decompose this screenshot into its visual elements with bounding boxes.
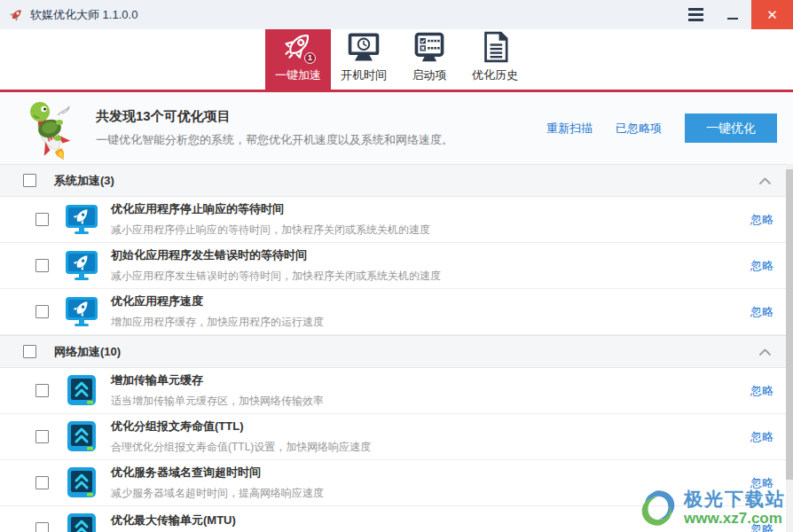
hamburger-menu-icon[interactable] — [677, 0, 714, 29]
tab-optimize-history[interactable]: 优化历史 — [462, 29, 528, 90]
chevron-up-icon[interactable] — [758, 348, 772, 356]
summary-actions: 重新扫描 已忽略项 一键优化 — [546, 113, 779, 143]
item-checkbox[interactable] — [35, 213, 49, 226]
optimization-item-row: 优化应用程序停止响应的等待时间 减小应用程序停止响应的等待时间，加快程序关闭或系… — [0, 197, 793, 243]
section-header: 网络加速(10) — [0, 335, 793, 368]
nav-bar: 1 一键加速 开机时间 启动项 — [0, 29, 793, 90]
tab-label: 启动项 — [412, 67, 447, 83]
item-title: 优化分组报文寿命值(TTL) — [111, 419, 371, 434]
item-title: 优化应用程序停止响应的等待时间 — [111, 201, 430, 217]
scan-result-title: 共发现13个可优化项目 — [96, 108, 453, 125]
tab-boot-time[interactable]: 开机时间 — [331, 29, 396, 90]
mascot-turtle-rocket: M — [11, 96, 92, 161]
startup-checklist-icon — [411, 29, 448, 65]
system-speedup-icon — [65, 203, 98, 237]
item-description: 增加应用程序缓存，加快应用程序的运行速度 — [111, 315, 324, 330]
one-key-optimize-button[interactable]: 一键优化 — [685, 113, 777, 143]
ignore-link[interactable]: 忽略 — [750, 383, 773, 399]
ignored-items-link[interactable]: 已忽略项 — [616, 121, 662, 137]
item-checkbox[interactable] — [35, 384, 49, 397]
item-title: 初始化应用程序发生错误时的等待时间 — [111, 247, 441, 263]
titlebar: 软媒优化大师 1.1.0.0 ✕ — [0, 0, 793, 29]
tab-label: 一键加速 — [275, 67, 321, 83]
scan-result-description: 一键优化智能分析您的系统，帮您优化开机速度以及系统和网络速度。 — [96, 132, 453, 148]
item-description: 合理优化分组报文寿命值(TTL)设置，加快网络响应速度 — [111, 440, 371, 455]
scrollbar[interactable] — [786, 164, 793, 532]
item-checkbox[interactable] — [35, 430, 49, 443]
summary-banner: M 共发现13个可优化项目 一键优化智能分析您的系统，帮您优化开机速度以及系统和… — [0, 92, 793, 164]
item-checkbox[interactable] — [35, 522, 49, 532]
app-logo-icon — [9, 7, 24, 22]
item-checkbox[interactable] — [35, 259, 49, 272]
window-controls: ✕ — [677, 0, 793, 29]
item-title: 增加传输单元缓存 — [111, 372, 324, 388]
section-title: 系统加速(3) — [54, 173, 114, 189]
ignore-link[interactable]: 忽略 — [750, 429, 773, 445]
optimization-item-row: 优化分组报文寿命值(TTL) 合理优化分组报文寿命值(TTL)设置，加快网络响应… — [0, 414, 793, 460]
network-speedup-icon — [65, 512, 98, 532]
item-description: 适当增加传输单元缓存区，加快网络传输效率 — [111, 394, 324, 409]
system-speedup-icon — [65, 249, 98, 283]
ignore-link[interactable]: 忽略 — [750, 521, 773, 532]
tab-startup-items[interactable]: 启动项 — [396, 29, 462, 90]
chevron-up-icon[interactable] — [758, 176, 772, 185]
section-checkbox[interactable] — [23, 174, 36, 187]
boot-time-monitor-icon — [345, 29, 382, 65]
minimize-button[interactable] — [714, 0, 751, 29]
item-description: 减少服务器域名超时时间，提高网络响应速度 — [111, 486, 324, 501]
optimization-item-row: 优化服务器域名查询超时时间 减少服务器域名超时时间，提高网络响应速度 忽略 — [0, 460, 793, 506]
optimization-item-row: 增加传输单元缓存 适当增加传输单元缓存区，加快网络传输效率 忽略 — [0, 368, 793, 414]
history-document-icon — [476, 29, 514, 65]
ignore-link[interactable]: 忽略 — [750, 304, 773, 320]
nav-tabs: 1 一键加速 开机时间 启动项 — [265, 29, 528, 90]
tab-badge: 1 — [304, 52, 316, 64]
optimization-item-row: 初始化应用程序发生错误时的等待时间 减小应用程序发生错误时的等待时间，加快程序关… — [0, 243, 793, 289]
item-title: 优化最大传输单元(MTU) — [111, 512, 236, 528]
item-checkbox[interactable] — [35, 476, 49, 489]
tab-label: 开机时间 — [341, 67, 387, 83]
scrollbar-thumb[interactable] — [786, 169, 793, 480]
summary-text: 共发现13个可优化项目 一键优化智能分析您的系统，帮您优化开机速度以及系统和网络… — [96, 108, 453, 148]
item-description: 减小应用程序发生错误时的等待时间，加快程序关闭或系统关机的速度 — [111, 269, 441, 284]
optimization-item-row: 优化最大传输单元(MTU) 忽略 — [0, 506, 793, 532]
system-speedup-icon — [65, 295, 98, 329]
ignore-link[interactable]: 忽略 — [750, 212, 773, 228]
ignore-link[interactable]: 忽略 — [750, 258, 773, 274]
optimization-list: 系统加速(3) 优化应用程序停止响应的等待时间 减小应用程序停止响应的等待时间，… — [0, 164, 793, 532]
network-speedup-icon — [65, 374, 98, 408]
close-button[interactable]: ✕ — [751, 0, 793, 29]
section-title: 网络加速(10) — [54, 344, 121, 360]
ignore-link[interactable]: 忽略 — [750, 475, 773, 491]
tab-one-key-speedup[interactable]: 1 一键加速 — [265, 29, 331, 90]
item-checkbox[interactable] — [35, 305, 49, 318]
item-description: 减小应用程序停止响应的等待时间，加快程序关闭或系统关机的速度 — [111, 223, 430, 238]
item-title: 优化应用程序速度 — [111, 293, 324, 309]
rocket-icon: 1 — [279, 29, 317, 65]
network-speedup-icon — [65, 466, 98, 500]
section-header: 系统加速(3) — [0, 164, 793, 197]
window-title: 软媒优化大师 1.1.0.0 — [30, 7, 137, 23]
tab-label: 优化历史 — [472, 67, 518, 83]
item-title: 优化服务器域名查询超时时间 — [111, 465, 324, 481]
optimization-item-row: 优化应用程序速度 增加应用程序缓存，加快应用程序的运行速度 忽略 — [0, 289, 793, 335]
rescan-link[interactable]: 重新扫描 — [546, 121, 593, 137]
network-speedup-icon — [65, 420, 98, 454]
section-checkbox[interactable] — [23, 345, 36, 358]
